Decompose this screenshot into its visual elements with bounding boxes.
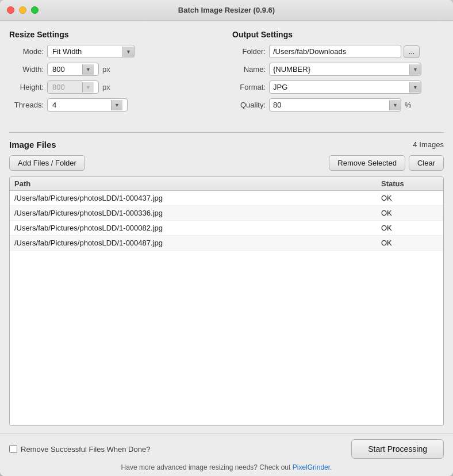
settings-row: Resize Settings Mode: Fit Width Fit Heig… bbox=[9, 30, 444, 116]
format-select[interactable]: JPG PNG GIF BMP TIFF bbox=[270, 81, 409, 93]
folder-row: Folder: ... bbox=[232, 45, 444, 58]
image-count-number: 4 bbox=[413, 140, 417, 149]
bottom-area: Remove Successful Files When Done? Start… bbox=[0, 433, 453, 476]
add-files-button[interactable]: Add Files / Folder bbox=[9, 155, 85, 171]
threads-input[interactable] bbox=[48, 99, 111, 111]
height-select-wrapper: ▼ bbox=[47, 80, 99, 94]
folder-input-wrapper: ... bbox=[269, 45, 420, 58]
remove-checkbox-row: Remove Successful Files When Done? bbox=[9, 445, 150, 454]
quality-wrapper: ▼ % bbox=[269, 98, 412, 112]
format-label: Format: bbox=[232, 83, 266, 91]
resize-settings-title: Resize Settings bbox=[9, 30, 221, 39]
close-button[interactable] bbox=[7, 6, 14, 14]
file-path: /Users/fab/Pictures/photosLDD/1-000336.j… bbox=[14, 209, 381, 217]
table-body: /Users/fab/Pictures/photosLDD/1-000437.j… bbox=[10, 191, 443, 251]
file-path: /Users/fab/Pictures/photosLDD/1-000082.j… bbox=[14, 224, 381, 232]
threads-select-wrapper: ▼ bbox=[47, 98, 128, 112]
threads-row: Threads: ▼ bbox=[9, 98, 221, 112]
footer-suffix: . bbox=[330, 463, 332, 471]
height-row: Height: ▼ px bbox=[9, 80, 221, 94]
table-row[interactable]: /Users/fab/Pictures/photosLDD/1-000487.j… bbox=[10, 236, 443, 251]
image-count: 4 Images bbox=[413, 140, 444, 149]
table-row[interactable]: /Users/fab/Pictures/photosLDD/1-000082.j… bbox=[10, 221, 443, 236]
folder-input[interactable] bbox=[269, 45, 401, 58]
name-label: Name: bbox=[232, 65, 266, 74]
width-arrow[interactable]: ▼ bbox=[82, 64, 94, 75]
file-status: OK bbox=[381, 194, 439, 202]
width-label: Width: bbox=[9, 65, 44, 74]
folder-label: Folder: bbox=[232, 47, 266, 56]
height-label: Height: bbox=[9, 83, 44, 91]
table-row[interactable]: /Users/fab/Pictures/photosLDD/1-000437.j… bbox=[10, 191, 443, 206]
mode-row: Mode: Fit Width Fit Height Fit Both Exac… bbox=[9, 45, 221, 58]
title-bar: Batch Image Resizer (0.9.6) bbox=[0, 0, 453, 21]
threads-arrow[interactable]: ▼ bbox=[111, 100, 122, 110]
toolbar-row: Add Files / Folder Remove Selected Clear bbox=[9, 155, 444, 171]
image-files-title: Image Files bbox=[9, 140, 56, 149]
width-select-wrapper: ▼ bbox=[47, 63, 99, 76]
remove-selected-button[interactable]: Remove Selected bbox=[329, 155, 405, 171]
height-input[interactable] bbox=[48, 81, 82, 93]
format-select-wrapper: JPG PNG GIF BMP TIFF ▼ bbox=[269, 80, 421, 94]
quality-label: Quality: bbox=[232, 101, 266, 109]
quality-arrow[interactable]: ▼ bbox=[389, 100, 401, 110]
bottom-row: Remove Successful Files When Done? Start… bbox=[9, 439, 444, 459]
table-row[interactable]: /Users/fab/Pictures/photosLDD/1-000336.j… bbox=[10, 206, 443, 221]
name-arrow[interactable]: ▼ bbox=[409, 64, 421, 75]
remove-checkbox[interactable] bbox=[9, 445, 17, 453]
file-table: Path Status /Users/fab/Pictures/photosLD… bbox=[9, 176, 444, 426]
output-settings-title: Output Settings bbox=[232, 30, 444, 39]
browse-button[interactable]: ... bbox=[404, 45, 420, 58]
quality-row: Quality: ▼ % bbox=[232, 98, 444, 112]
start-processing-button[interactable]: Start Processing bbox=[351, 439, 444, 459]
height-unit: px bbox=[102, 83, 110, 91]
quality-unit: % bbox=[405, 101, 412, 109]
column-status: Status bbox=[381, 179, 439, 188]
file-status: OK bbox=[381, 239, 439, 247]
name-input[interactable] bbox=[270, 63, 409, 75]
main-content: Resize Settings Mode: Fit Width Fit Heig… bbox=[0, 21, 453, 433]
remove-checkbox-label: Remove Successful Files When Done? bbox=[21, 445, 150, 454]
minimize-button[interactable] bbox=[19, 6, 26, 14]
toolbar-left: Add Files / Folder bbox=[9, 155, 85, 171]
quality-select-wrapper: ▼ bbox=[269, 98, 401, 112]
image-count-label: Images bbox=[419, 140, 444, 149]
mode-select[interactable]: Fit Width Fit Height Fit Both Exact Widt… bbox=[48, 45, 122, 57]
width-unit: px bbox=[102, 65, 110, 74]
footer-text-prefix: Have more advanced image resizing needs?… bbox=[121, 463, 293, 471]
output-settings-panel: Output Settings Folder: ... Name: ▼ bbox=[232, 30, 444, 116]
window-title: Batch Image Resizer (0.9.6) bbox=[178, 6, 275, 14]
mode-select-wrapper: Fit Width Fit Height Fit Both Exact Widt… bbox=[47, 45, 135, 58]
footer-link[interactable]: PixelGrinder bbox=[293, 463, 330, 471]
name-row: Name: ▼ bbox=[232, 63, 444, 76]
footer-text: Have more advanced image resizing needs?… bbox=[9, 463, 444, 471]
height-arrow: ▼ bbox=[82, 82, 94, 93]
name-select-wrapper: ▼ bbox=[269, 63, 421, 76]
quality-input[interactable] bbox=[270, 99, 389, 111]
file-status: OK bbox=[381, 224, 439, 232]
file-path: /Users/fab/Pictures/photosLDD/1-000437.j… bbox=[14, 194, 381, 202]
width-input[interactable] bbox=[48, 63, 82, 75]
width-row: Width: ▼ px bbox=[9, 63, 221, 76]
resize-settings-panel: Resize Settings Mode: Fit Width Fit Heig… bbox=[9, 30, 221, 116]
image-files-header: Image Files 4 Images bbox=[9, 140, 444, 149]
file-status: OK bbox=[381, 209, 439, 217]
clear-button[interactable]: Clear bbox=[409, 155, 444, 171]
toolbar-right: Remove Selected Clear bbox=[329, 155, 444, 171]
threads-label: Threads: bbox=[9, 101, 44, 109]
maximize-button[interactable] bbox=[31, 6, 39, 14]
app-window: Batch Image Resizer (0.9.6) Resize Setti… bbox=[0, 0, 453, 476]
format-row: Format: JPG PNG GIF BMP TIFF ▼ bbox=[232, 80, 444, 94]
table-header: Path Status bbox=[10, 177, 443, 191]
section-divider bbox=[9, 132, 444, 133]
window-controls bbox=[7, 6, 39, 14]
mode-select-arrow[interactable]: ▼ bbox=[122, 47, 134, 57]
mode-label: Mode: bbox=[9, 47, 44, 56]
file-path: /Users/fab/Pictures/photosLDD/1-000487.j… bbox=[14, 239, 381, 247]
format-arrow[interactable]: ▼ bbox=[409, 82, 421, 93]
column-path: Path bbox=[14, 179, 381, 188]
